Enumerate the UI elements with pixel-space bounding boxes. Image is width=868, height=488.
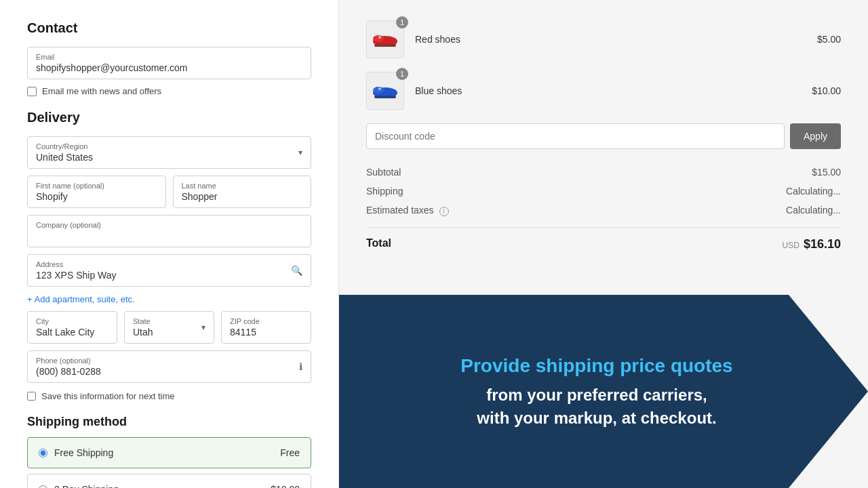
promo-subtext: from your preferred carriers,with your m… xyxy=(460,384,732,429)
blue-shoes-badge: 1 xyxy=(396,68,408,80)
company-label: Company (optional) xyxy=(36,221,302,229)
svg-point-5 xyxy=(373,87,384,94)
news-checkbox-label: Email me with news and offers xyxy=(42,86,161,96)
shipping-radio-2day[interactable] xyxy=(39,485,47,489)
last-name-label: Last name xyxy=(182,182,303,190)
address-input[interactable] xyxy=(36,270,302,281)
state-field-wrapper: State Utah California New York ▾ xyxy=(124,311,214,344)
delivery-section: Delivery Country/Region United States Ca… xyxy=(27,110,311,401)
red-shoes-badge: 1 xyxy=(396,16,408,28)
total-value: $16.10 xyxy=(804,237,841,251)
apply-button[interactable]: Apply xyxy=(790,123,841,149)
shipping-option-free-left: Free Shipping xyxy=(39,447,113,458)
taxes-info-icon[interactable]: i xyxy=(439,207,449,216)
promo-headline: Provide shipping price quotes xyxy=(460,354,732,378)
shipping-2day-price: $10.00 xyxy=(271,484,300,488)
first-name-label: First name (optional) xyxy=(36,182,157,190)
promo-text: Provide shipping price quotes from your … xyxy=(460,354,732,430)
taxes-calc: Calculating... xyxy=(786,205,841,216)
promo-banner: Provide shipping price quotes from your … xyxy=(339,295,868,488)
city-input[interactable] xyxy=(36,327,108,338)
left-panel: Contact Email Email me with news and off… xyxy=(0,0,339,488)
discount-row: Apply xyxy=(366,123,841,149)
red-shoes-image xyxy=(372,26,399,53)
red-shoes-price: $5.00 xyxy=(817,34,841,45)
svg-rect-6 xyxy=(374,96,396,98)
product-row-red-shoes: 1 Red shoes $5.00 xyxy=(366,20,841,58)
country-field-wrapper: Country/Region United States Canada Unit… xyxy=(27,136,311,169)
save-label: Save this information for next time xyxy=(41,391,175,401)
address-search-icon: 🔍 xyxy=(291,265,302,276)
last-name-field: Last name xyxy=(173,176,312,208)
shipping-calc: Calculating... xyxy=(786,186,841,197)
last-name-input[interactable] xyxy=(182,191,303,202)
zip-label: ZIP code xyxy=(230,317,302,325)
discount-input[interactable] xyxy=(366,123,785,149)
product-row-blue-shoes: 1 Blue shoes $10.00 xyxy=(366,72,841,110)
shipping-2day-label: 2 Day Shipping xyxy=(54,484,119,488)
blue-shoes-image xyxy=(372,77,399,104)
email-field-wrapper: Email xyxy=(27,47,311,79)
city-field-wrapper: City xyxy=(27,311,117,344)
contact-title: Contact xyxy=(27,20,311,36)
blue-shoes-name: Blue shoes xyxy=(415,85,812,96)
red-shoes-name: Red shoes xyxy=(415,34,817,45)
company-input[interactable] xyxy=(36,230,302,241)
name-row: First name (optional) Last name xyxy=(27,176,311,215)
email-input[interactable] xyxy=(36,62,302,73)
subtotal-row: Subtotal $15.00 xyxy=(366,163,841,182)
phone-input[interactable] xyxy=(36,366,302,377)
country-select[interactable]: United States Canada United Kingdom xyxy=(36,152,302,163)
promo-shape: Provide shipping price quotes from your … xyxy=(339,295,868,488)
total-usd-label: USD xyxy=(783,241,800,250)
country-label: Country/Region xyxy=(36,142,302,150)
news-checkbox-row: Email me with news and offers xyxy=(27,86,311,96)
phone-field-wrapper: Phone (optional) ℹ xyxy=(27,350,311,383)
total-label: Total xyxy=(366,237,391,251)
email-label: Email xyxy=(36,53,302,61)
zip-input[interactable] xyxy=(230,327,302,338)
delivery-title: Delivery xyxy=(27,110,311,125)
city-state-zip-row: City State Utah California New York ▾ ZI… xyxy=(27,311,311,350)
svg-point-7 xyxy=(378,87,381,90)
news-checkbox[interactable] xyxy=(27,87,37,96)
phone-label: Phone (optional) xyxy=(36,357,302,365)
blue-shoes-price: $10.00 xyxy=(812,85,841,96)
phone-info-icon[interactable]: ℹ xyxy=(299,361,302,372)
shipping-label: Shipping xyxy=(366,186,403,197)
shipping-row: Shipping Calculating... xyxy=(366,182,841,201)
save-checkbox[interactable] xyxy=(27,392,36,401)
shipping-free-price: Free xyxy=(280,447,300,458)
svg-rect-2 xyxy=(374,44,396,47)
total-row: Total USD $16.10 xyxy=(366,227,841,256)
taxes-row: Estimated taxes i Calculating... xyxy=(366,201,841,220)
address-field-wrapper: Address 🔍 xyxy=(27,254,311,287)
shipping-option-free[interactable]: Free Shipping Free xyxy=(27,437,311,468)
first-name-input[interactable] xyxy=(36,191,157,202)
state-label: State xyxy=(133,317,205,325)
city-label: City xyxy=(36,317,108,325)
shipping-free-label: Free Shipping xyxy=(54,447,113,458)
shipping-option-2day[interactable]: 2 Day Shipping $10.00 xyxy=(27,474,311,488)
zip-field-wrapper: ZIP code xyxy=(221,311,311,344)
shipping-option-2day-left: 2 Day Shipping xyxy=(39,484,119,488)
shipping-radio-free[interactable] xyxy=(39,449,47,458)
subtotal-label: Subtotal xyxy=(366,167,401,178)
total-amount: USD $16.10 xyxy=(783,237,841,251)
state-select[interactable]: Utah California New York xyxy=(133,327,205,338)
taxes-label: Estimated taxes i xyxy=(366,205,449,216)
first-name-field: First name (optional) xyxy=(27,176,166,208)
totals-table: Subtotal $15.00 Shipping Calculating... … xyxy=(366,163,841,256)
address-label: Address xyxy=(36,260,302,268)
subtotal-value: $15.00 xyxy=(812,167,841,178)
right-panel: 1 Red shoes $5.00 1 xyxy=(339,0,868,488)
svg-point-3 xyxy=(378,36,381,39)
add-suite-link[interactable]: + Add apartment, suite, etc. xyxy=(27,294,135,304)
product-image-wrap-red: 1 xyxy=(366,20,404,58)
company-field-wrapper: Company (optional) xyxy=(27,215,311,247)
order-summary: 1 Red shoes $5.00 1 xyxy=(339,0,868,276)
shipping-method-title: Shipping method xyxy=(27,415,311,429)
product-image-wrap-blue: 1 xyxy=(366,72,404,110)
save-row: Save this information for next time xyxy=(27,391,311,401)
svg-point-1 xyxy=(373,35,384,42)
